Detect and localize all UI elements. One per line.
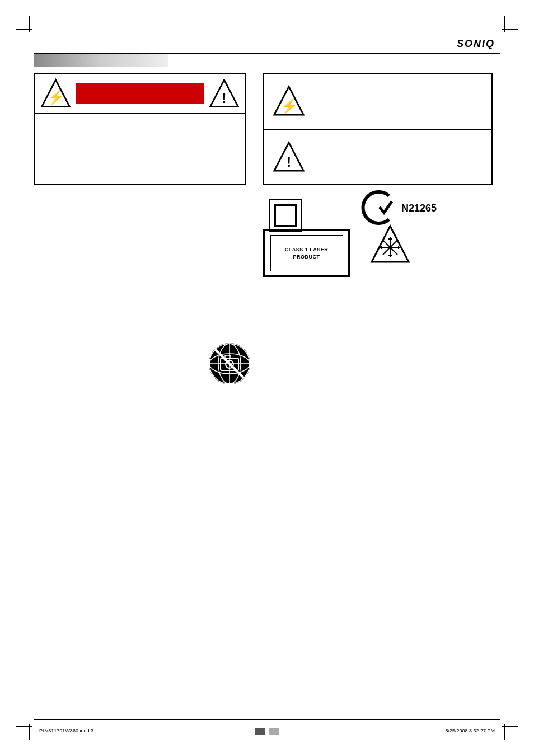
bottom-square-light <box>269 728 279 735</box>
svg-text:!: ! <box>222 91 227 106</box>
double-square-outer <box>269 199 302 232</box>
starburst-svg <box>369 224 411 266</box>
svg-text:⚡: ⚡ <box>280 97 298 115</box>
bottom-border-line <box>34 719 500 720</box>
lightning-warning-icon-right-top: ⚡ <box>273 85 305 118</box>
red-warning-bar <box>76 83 204 104</box>
starburst-warning-icon <box>369 224 414 269</box>
bottom-left-info: PLV311791W360.indd 3 <box>39 728 93 734</box>
right-warning-box: ⚡ ! <box>263 73 493 185</box>
no-photography-icon <box>207 341 252 386</box>
ctick-code: N21265 <box>401 203 437 214</box>
bottom-right-info: 8/25/2008 3:32:27 PM <box>445 728 495 734</box>
laser-product-box: CLASS 1 LASER PRODUCT <box>263 229 350 277</box>
bottom-center-squares <box>255 728 279 735</box>
laser-product-text: CLASS 1 LASER PRODUCT <box>285 246 329 260</box>
exclaim-warning-icon-right-bottom: ! <box>273 141 305 173</box>
corner-mark-br-v <box>504 724 505 740</box>
left-warning-box: ⚡ ! <box>34 73 246 185</box>
bottom-square-dark <box>255 728 265 735</box>
laser-product-inner-box: CLASS 1 LASER PRODUCT <box>270 235 343 271</box>
right-warning-bottom: ! <box>264 130 491 185</box>
corner-mark-tr-v <box>504 16 505 32</box>
svg-text:⚡: ⚡ <box>48 89 64 105</box>
laser-text-line2: PRODUCT <box>293 254 320 260</box>
corner-mark-bl-v <box>29 724 30 740</box>
right-warning-top: ⚡ <box>264 74 491 130</box>
header-bar <box>34 54 168 67</box>
lightning-warning-icon-left: ⚡ <box>40 78 71 109</box>
globe-no-photo-svg <box>207 341 252 386</box>
exclaim-warning-icon-right: ! <box>209 78 240 109</box>
corner-mark-tl-v <box>29 16 30 32</box>
double-square-inner <box>274 204 297 227</box>
ctick-certification-mark: N21265 <box>358 190 437 227</box>
svg-text:!: ! <box>287 154 291 170</box>
brand-logo: SONIQ <box>457 38 495 50</box>
ctick-svg <box>358 190 400 227</box>
left-warning-top: ⚡ ! <box>35 74 245 113</box>
laser-text-line1: CLASS 1 LASER <box>285 247 329 252</box>
left-warning-bottom-text-area <box>35 113 245 184</box>
